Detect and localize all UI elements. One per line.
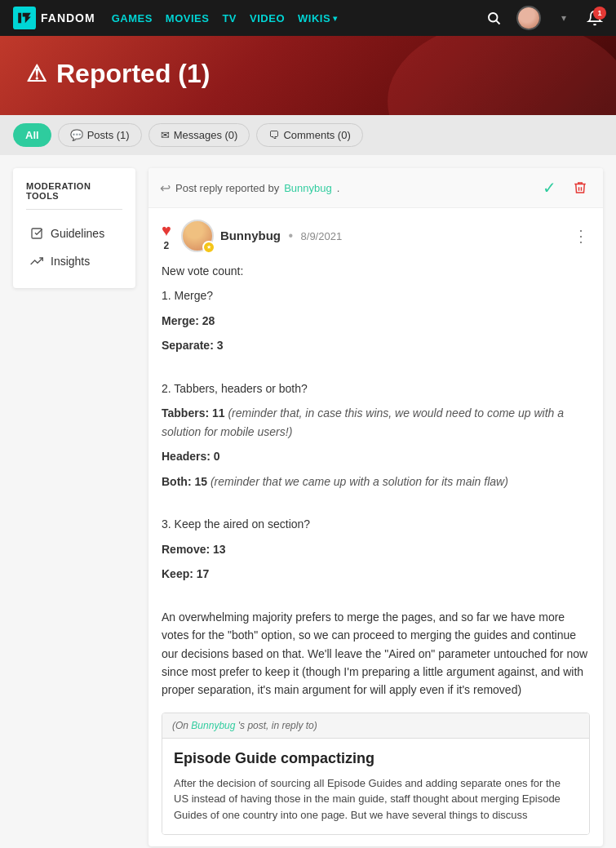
messages-icon: ✉ <box>161 129 170 141</box>
user-avatar-container[interactable] <box>516 6 541 30</box>
comments-icon: 🗨 <box>268 129 279 141</box>
quoted-text: After the decision of sourcing all Episo… <box>174 775 578 824</box>
svg-rect-0 <box>13 7 36 29</box>
post-meta: ♥ 2 ★ Bunnybug • 8/9/2021 <box>162 220 590 252</box>
back-arrow-icon: ↩ <box>160 180 171 196</box>
sidebar-item-guidelines[interactable]: Guidelines <box>26 220 122 247</box>
check-icon: ✓ <box>543 178 556 198</box>
post-author-name: Bunnybug <box>220 229 281 242</box>
sidebar-item-insights[interactable]: Insights <box>26 247 122 275</box>
report-header-info: ↩ Post reply reported by Bunnybug . <box>160 180 339 196</box>
top-navigation: FANDOM GAMES MOVIES TV VIDEO WIKIS ▾ ▾ <box>0 0 616 36</box>
nav-video[interactable]: VIDEO <box>250 12 285 24</box>
notification-container[interactable]: 1 <box>587 10 603 26</box>
svg-point-1 <box>489 13 498 22</box>
page-title: ⚠ Reported (1) <box>26 59 590 89</box>
nav-wikis[interactable]: WIKIS ▾ <box>298 12 338 24</box>
post-author-row: ♥ 2 ★ Bunnybug • 8/9/2021 <box>162 220 342 252</box>
report-actions: ✓ <box>538 176 592 199</box>
user-avatar <box>516 6 541 30</box>
fandom-logo-text: FANDOM <box>41 11 95 24</box>
post-date: 8/9/2021 <box>301 230 343 242</box>
filter-all[interactable]: All <box>13 123 51 147</box>
avatar-chevron-icon: ▾ <box>561 12 566 24</box>
filter-messages[interactable]: ✉ Messages (0) <box>148 123 250 147</box>
quoted-section: (On Bunnybug 's post, in reply to) Episo… <box>162 713 590 836</box>
sidebar-title: MODERATION TOOLS <box>26 181 122 210</box>
notification-count: 1 <box>593 7 606 20</box>
filter-posts[interactable]: 💬 Posts (1) <box>58 123 142 147</box>
svg-rect-3 <box>32 229 42 238</box>
posts-icon: 💬 <box>70 129 83 141</box>
post-body: New vote count: 1. Merge? Merge: 28 Sepa… <box>162 262 590 699</box>
quoted-caption: (On Bunnybug 's post, in reply to) <box>162 713 589 739</box>
kebab-menu-icon: ⋮ <box>573 227 590 245</box>
quoted-body: Episode Guide compactizing After the dec… <box>162 739 589 835</box>
nav-links: GAMES MOVIES TV VIDEO WIKIS ▾ <box>112 12 464 24</box>
delete-button[interactable] <box>569 176 592 199</box>
trash-icon <box>573 180 587 195</box>
fandom-logo[interactable]: FANDOM <box>13 7 95 29</box>
filter-bar: All 💬 Posts (1) ✉ Messages (0) 🗨 Comment… <box>0 115 616 155</box>
sidebar: MODERATION TOOLS Guidelines Insights <box>13 168 135 288</box>
report-item: ↩ Post reply reported by Bunnybug . ✓ <box>148 168 603 846</box>
post-avatar: ★ <box>181 220 214 252</box>
avatar-dropdown-button[interactable]: ▾ <box>551 5 577 31</box>
post-content: ♥ 2 ★ Bunnybug • 8/9/2021 <box>148 208 603 846</box>
nav-right: ▾ 1 <box>481 5 603 31</box>
nav-games[interactable]: GAMES <box>112 12 153 24</box>
reporter-link[interactable]: Bunnybug <box>284 182 332 194</box>
heart-icon: ♥ <box>162 221 171 240</box>
fandom-logo-icon <box>13 7 36 29</box>
hero-banner: ⚠ Reported (1) <box>0 36 616 115</box>
checkbox-icon <box>29 226 44 241</box>
approve-button[interactable]: ✓ <box>538 176 561 199</box>
filter-comments[interactable]: 🗨 Comments (0) <box>256 123 362 147</box>
warning-icon: ⚠ <box>26 60 47 87</box>
quoted-author-link[interactable]: Bunnybug <box>191 720 235 731</box>
content-area: ↩ Post reply reported by Bunnybug . ✓ <box>148 168 603 846</box>
chart-icon <box>29 254 44 269</box>
post-menu-button[interactable]: ⋮ <box>573 228 590 244</box>
author-badge-icon: ★ <box>202 241 215 254</box>
nav-tv[interactable]: TV <box>222 12 237 24</box>
post-likes: ♥ 2 <box>162 221 171 251</box>
search-button[interactable] <box>481 5 507 31</box>
search-icon <box>486 11 501 25</box>
quoted-title: Episode Guide compactizing <box>174 750 578 767</box>
wikis-chevron-icon: ▾ <box>333 14 338 23</box>
svg-line-2 <box>496 20 499 24</box>
main-layout: MODERATION TOOLS Guidelines Insights <box>0 155 616 848</box>
nav-movies[interactable]: MOVIES <box>166 12 210 24</box>
author-name-date: Bunnybug • 8/9/2021 <box>220 229 342 243</box>
report-header: ↩ Post reply reported by Bunnybug . ✓ <box>148 168 603 208</box>
